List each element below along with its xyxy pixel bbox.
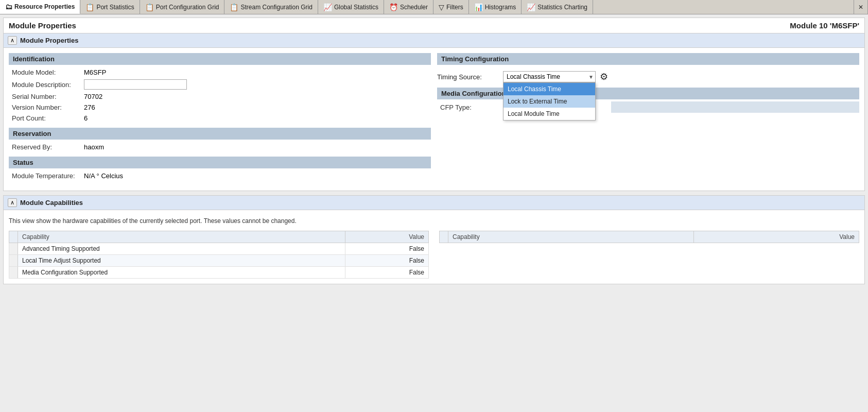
tab-bar: 🗂 Resource Properties 📋 Port Statistics … (0, 0, 868, 14)
table-row: Module Temperature: N/A ° Celcius (9, 170, 431, 181)
tab-resource-properties[interactable]: 🗂 Resource Properties (0, 0, 80, 14)
module-properties-toggle[interactable]: ∧ (8, 36, 17, 45)
module-temperature-value: N/A ° Celcius (81, 170, 431, 181)
capabilities-left-table: Capability Value Advanced Timing Support… (9, 231, 429, 279)
right-column: Timing Configuration Timing Source: Loca… (437, 53, 859, 185)
cap-media-config-value: False (345, 267, 428, 279)
timing-source-label: Timing Source: (437, 73, 499, 81)
module-model-value: M6SFP (81, 67, 431, 78)
statistics-charting-icon: 📈 (527, 3, 535, 11)
cap-local-time-value: False (345, 255, 428, 267)
tab-global-statistics[interactable]: 📈 Global Statistics (318, 0, 384, 14)
module-description-field[interactable] (81, 78, 431, 91)
table-row: Module Model: M6SFP (9, 67, 431, 78)
cap-header-row: Capability Value (440, 231, 859, 243)
timing-gear-icon[interactable]: ⚙ (600, 71, 608, 82)
capabilities-header: ∧ Module Capabilities (4, 196, 864, 210)
main-content: Module Properties Module 10 'M6SFP' ∧ Mo… (0, 14, 868, 412)
port-count-value: 6 (81, 113, 431, 124)
serial-number-label: Serial Number: (9, 91, 81, 102)
port-config-grid-icon: 📋 (145, 3, 154, 11)
dropdown-item-lock-external[interactable]: Lock to External Time (504, 95, 595, 108)
module-description-label: Module Description: (9, 78, 81, 91)
cfp-type-value (611, 101, 859, 113)
row-indicator (9, 255, 18, 267)
media-config-section: Media Configuration CFP Type: (437, 88, 859, 113)
cap-media-config-label: Media Configuration Supported (18, 267, 345, 279)
table-row: Serial Number: 70702 (9, 91, 431, 102)
version-number-label: Version Number: (9, 102, 81, 113)
tab-histograms[interactable]: 📊 Histograms (469, 0, 522, 14)
cap-row-indicator-header (9, 231, 18, 243)
reservation-header: Reservation (9, 128, 431, 140)
stream-config-grid-icon: 📋 (230, 3, 238, 11)
table-row: Port Count: 6 (9, 113, 431, 124)
tab-stream-config-grid[interactable]: 📋 Stream Configuration Grid (224, 0, 318, 14)
table-row: Module Description: (9, 78, 431, 91)
table-row: Version Number: 276 (9, 102, 431, 113)
tab-close-button[interactable]: ✕ (854, 0, 868, 14)
timing-dropdown-open: Local Chassis Time Lock to External Time… (503, 82, 596, 121)
cap-local-time-label: Local Time Adjust Supported (18, 255, 345, 267)
histograms-icon: 📊 (474, 3, 483, 11)
props-layout: Identification Module Model: M6SFP Modul… (9, 53, 859, 185)
tab-port-config-grid[interactable]: 📋 Port Configuration Grid (140, 0, 225, 14)
cap-advanced-timing-value: False (345, 243, 428, 255)
media-config-header: Media Configuration (437, 88, 859, 99)
cap-row-advanced-timing: Advanced Timing Supported False (9, 243, 429, 255)
row-indicator (9, 243, 18, 255)
capabilities-description: This view show the hardware capabilities… (9, 215, 859, 227)
timing-config-header: Timing Configuration (437, 53, 859, 65)
timing-source-select[interactable]: Local Chassis Time Lock to External Time… (503, 71, 596, 82)
tab-filters[interactable]: ▽ Filters (433, 0, 469, 14)
port-count-label: Port Count: (9, 113, 81, 124)
page-header: Module Properties Module 10 'M6SFP' (3, 18, 865, 33)
page-module-id: Module 10 'M6SFP' (790, 21, 859, 30)
capabilities-right-table: Capability Value (439, 231, 859, 279)
serial-number-value: 70702 (81, 91, 431, 102)
reserved-by-value: haoxm (81, 142, 431, 152)
cap-right-value-header: Value (694, 231, 859, 243)
filters-icon: ▽ (439, 3, 444, 11)
timing-source-select-wrapper[interactable]: Local Chassis Time Lock to External Time… (503, 71, 596, 82)
status-table: Module Temperature: N/A ° Celcius (9, 170, 431, 181)
cap-right-col-header: Capability (448, 231, 694, 243)
module-properties-body: Identification Module Model: M6SFP Modul… (4, 48, 864, 191)
capabilities-grid: Capability Value Advanced Timing Support… (9, 231, 859, 279)
tab-statistics-charting[interactable]: 📈 Statistics Charting (522, 0, 593, 14)
left-column: Identification Module Model: M6SFP Modul… (9, 53, 431, 185)
capabilities-toggle[interactable]: ∧ (8, 198, 17, 207)
cap-row-indicator-header (440, 231, 448, 243)
media-config-table: CFP Type: (437, 101, 859, 113)
page-title: Module Properties (9, 21, 76, 30)
identification-header: Identification (9, 53, 431, 65)
identification-table: Module Model: M6SFP Module Description: … (9, 67, 431, 124)
version-number-value: 276 (81, 102, 431, 113)
tab-port-statistics[interactable]: 📋 Port Statistics (80, 0, 140, 14)
module-properties-header: ∧ Module Properties (4, 33, 864, 48)
reservation-table: Reserved By: haoxm (9, 142, 431, 152)
tab-scheduler[interactable]: ⏰ Scheduler (384, 0, 433, 14)
dropdown-item-local-chassis[interactable]: Local Chassis Time (504, 83, 595, 95)
cap-left-col-header: Capability (18, 231, 345, 243)
row-indicator (9, 267, 18, 279)
dropdown-item-local-module[interactable]: Local Module Time (504, 108, 595, 120)
cap-left-value-header: Value (345, 231, 428, 243)
capabilities-body: This view show the hardware capabilities… (4, 210, 864, 284)
timing-source-row: Timing Source: Local Chassis Time Lock t… (437, 71, 859, 82)
cap-row-local-time: Local Time Adjust Supported False (9, 255, 429, 267)
status-header: Status (9, 157, 431, 168)
cap-header-row: Capability Value (9, 231, 429, 243)
table-row: CFP Type: (437, 101, 859, 113)
global-statistics-icon: 📈 (323, 3, 332, 11)
module-temperature-label: Module Temperature: (9, 170, 81, 181)
capabilities-panel: ∧ Module Capabilities This view show the… (3, 195, 865, 284)
reserved-by-label: Reserved By: (9, 142, 81, 152)
cap-advanced-timing-label: Advanced Timing Supported (18, 243, 345, 255)
module-model-label: Module Model: (9, 67, 81, 78)
module-properties-panel: ∧ Module Properties Identification Modul… (3, 33, 865, 191)
resource-properties-icon: 🗂 (5, 3, 12, 11)
table-row: Reserved By: haoxm (9, 142, 431, 152)
module-description-input[interactable] (84, 79, 187, 90)
port-statistics-icon: 📋 (85, 3, 94, 11)
